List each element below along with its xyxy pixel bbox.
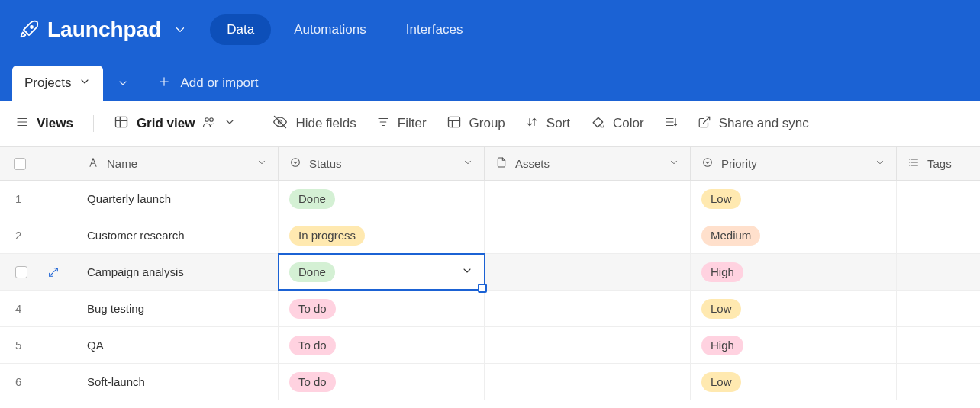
tab-data[interactable]: Data — [210, 14, 271, 45]
cell-assets[interactable] — [485, 254, 691, 290]
column-header-tags[interactable]: Tags — [897, 147, 980, 180]
add-or-import-button[interactable]: Add or import — [147, 66, 269, 101]
cell-status[interactable]: Done — [279, 181, 485, 217]
table-tab-label: Projects — [24, 75, 71, 91]
column-label: Status — [309, 157, 342, 170]
cell-assets[interactable] — [485, 181, 691, 217]
cell-priority[interactable]: Low — [691, 291, 897, 326]
views-button[interactable]: Views — [15, 115, 73, 133]
cell-tags[interactable] — [897, 254, 980, 290]
status-pill: Done — [289, 262, 335, 282]
cell-tags[interactable] — [897, 364, 980, 400]
cell-assets[interactable] — [485, 291, 691, 326]
chevron-down-icon[interactable] — [669, 157, 679, 170]
table-row[interactable]: 5QATo doHigh — [0, 327, 980, 364]
chevron-down-icon[interactable] — [875, 157, 885, 170]
group-icon — [446, 114, 462, 133]
expand-icon[interactable] — [47, 266, 60, 278]
table-row[interactable]: 6Soft-launchTo doLow — [0, 364, 980, 400]
filter-button[interactable]: Filter — [376, 115, 427, 133]
column-header-priority[interactable]: Priority — [691, 147, 897, 180]
cell-name[interactable]: Soft-launch — [76, 364, 279, 400]
attachment-icon — [495, 156, 508, 171]
view-switcher[interactable]: Grid view — [114, 114, 237, 133]
cell-status[interactable]: To do — [279, 327, 485, 363]
table-tab-overflow[interactable] — [106, 66, 140, 101]
checkbox-icon[interactable] — [15, 266, 27, 278]
rocket-icon — [18, 19, 40, 40]
paint-icon — [590, 114, 605, 133]
table-row[interactable]: 2Customer researchIn progressMedium — [0, 217, 980, 254]
share-sync-button[interactable]: Share and sync — [698, 115, 809, 133]
status-pill: To do — [289, 299, 336, 319]
status-pill: To do — [289, 372, 336, 392]
cell-name[interactable]: QA — [76, 327, 279, 363]
row-number-cell[interactable]: 5 — [0, 327, 76, 363]
menu-icon — [15, 115, 29, 133]
hide-fields-button[interactable]: Hide fields — [272, 114, 356, 133]
cell-assets[interactable] — [485, 327, 691, 363]
cell-name[interactable]: Quarterly launch — [76, 181, 279, 217]
row-number-cell[interactable]: 6 — [0, 364, 76, 400]
cell-assets[interactable] — [485, 217, 691, 253]
status-pill: To do — [289, 336, 336, 355]
column-label: Name — [107, 157, 137, 170]
priority-pill: Low — [701, 299, 741, 319]
chevron-down-icon[interactable] — [461, 265, 473, 279]
table-tab-projects[interactable]: Projects — [12, 66, 103, 101]
table-row[interactable]: 1Quarterly launchDoneLow — [0, 181, 980, 217]
cell-name[interactable]: Customer research — [76, 217, 279, 253]
row-number-cell[interactable] — [0, 254, 76, 290]
svg-point-0 — [31, 26, 33, 28]
cell-status[interactable]: To do — [279, 291, 485, 326]
table-row[interactable]: Campaign analysisDoneHigh — [0, 254, 980, 291]
separator — [143, 67, 143, 84]
checkbox-icon[interactable] — [14, 158, 26, 170]
column-header-assets[interactable]: Assets — [485, 147, 691, 180]
table-row[interactable]: 4Bug testingTo doLow — [0, 291, 980, 327]
base-title[interactable]: Launchpad — [47, 18, 166, 42]
chevron-down-icon[interactable] — [79, 75, 91, 92]
chevron-down-icon[interactable] — [173, 23, 187, 37]
row-number-cell[interactable]: 2 — [0, 217, 76, 253]
select-all-cell[interactable] — [0, 147, 76, 180]
column-header-status[interactable]: Status — [279, 147, 485, 180]
hide-fields-label: Hide fields — [295, 116, 356, 131]
group-button[interactable]: Group — [446, 114, 505, 133]
row-number-cell[interactable]: 4 — [0, 291, 76, 326]
column-header-name[interactable]: Name — [76, 147, 279, 180]
single-select-icon — [701, 156, 714, 171]
cell-priority[interactable]: High — [691, 327, 897, 363]
cell-priority[interactable]: High — [691, 254, 897, 290]
row-height-button[interactable] — [664, 115, 678, 133]
cell-tags[interactable] — [897, 327, 980, 363]
row-number: 6 — [15, 375, 21, 388]
cell-tags[interactable] — [897, 181, 980, 217]
color-button[interactable]: Color — [590, 114, 644, 133]
cell-assets[interactable] — [485, 364, 691, 400]
sort-button[interactable]: Sort — [525, 115, 570, 133]
cell-status[interactable]: To do — [279, 364, 485, 400]
cell-status[interactable]: Done — [279, 254, 485, 290]
eye-off-icon — [272, 114, 288, 133]
tab-interfaces[interactable]: Interfaces — [389, 14, 480, 45]
cell-tags[interactable] — [897, 217, 980, 253]
svg-point-2 — [205, 117, 209, 121]
cell-priority[interactable]: Low — [691, 181, 897, 217]
svg-rect-5 — [448, 117, 459, 127]
chevron-down-icon[interactable] — [224, 116, 236, 132]
cell-tags[interactable] — [897, 291, 980, 326]
cell-status[interactable]: In progress — [279, 217, 485, 253]
chevron-down-icon[interactable] — [256, 157, 267, 170]
cell-priority[interactable]: Medium — [691, 217, 897, 253]
column-label: Assets — [515, 157, 550, 170]
cell-name[interactable]: Campaign analysis — [76, 254, 279, 290]
svg-point-7 — [704, 159, 712, 167]
row-number-cell[interactable]: 1 — [0, 181, 76, 217]
row-number: 5 — [15, 339, 21, 352]
cell-priority[interactable]: Low — [691, 364, 897, 400]
view-name: Grid view — [137, 116, 195, 131]
tab-automations[interactable]: Automations — [277, 14, 383, 45]
chevron-down-icon[interactable] — [463, 157, 473, 170]
cell-name[interactable]: Bug testing — [76, 291, 279, 326]
